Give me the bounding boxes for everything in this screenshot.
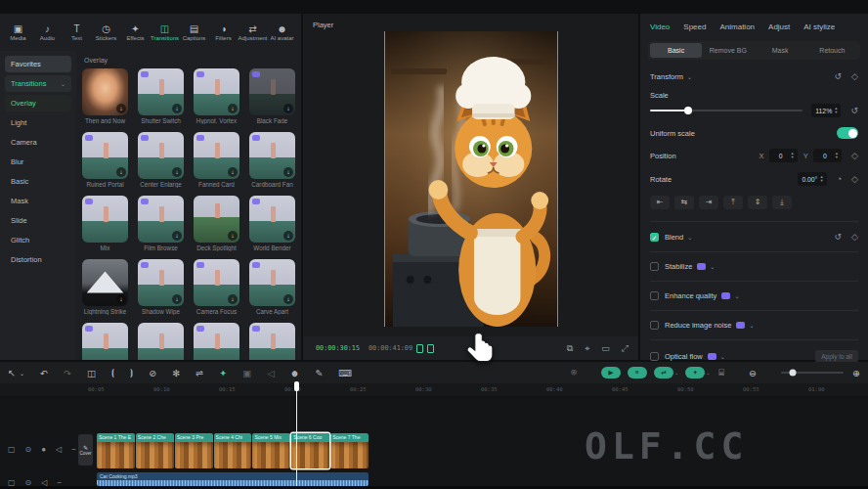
freeze-icon[interactable]: ✻ xyxy=(172,368,180,378)
uniform-scale-toggle[interactable] xyxy=(837,127,858,139)
subtab-mask[interactable]: Mask xyxy=(755,43,806,58)
redo-icon[interactable]: ↷ xyxy=(64,368,71,378)
transition-item[interactable] xyxy=(249,323,295,360)
transition-item[interactable]: ↓Carve Apart xyxy=(249,259,295,315)
subtab-retouch[interactable]: Retouch xyxy=(806,43,858,58)
sidebar-item-overlay[interactable]: Overlay xyxy=(5,95,71,111)
toolbar-captions[interactable]: ▤Captions xyxy=(180,23,208,41)
scale-value-chip[interactable]: 112% ▴▾ xyxy=(811,104,841,117)
timeline-clip[interactable]: Scene 7 The xyxy=(330,433,369,468)
toolbar-transitions[interactable]: ◫Transitions xyxy=(151,23,179,41)
scale-reset-icon[interactable]: ↺ xyxy=(850,106,858,115)
transition-item[interactable]: ↓Cardboard Fan xyxy=(249,132,295,188)
transition-item[interactable]: ↓Hypnot. Vortex xyxy=(194,68,239,124)
keyboard-icon[interactable]: ⌨ xyxy=(338,368,352,378)
position-keyframe-icon[interactable]: ◇ xyxy=(851,151,858,160)
stabilize-checkbox[interactable] xyxy=(650,262,659,271)
y-stepper[interactable]: ▴▾ xyxy=(836,152,838,159)
transition-item[interactable] xyxy=(138,323,184,360)
sidebar-item-favorites[interactable]: Favorites xyxy=(5,56,71,72)
timeline-clip[interactable]: Scene 5 Mix xyxy=(252,433,290,468)
levels-toggle[interactable]: ≡ xyxy=(628,367,647,378)
sidebar-item-camera[interactable]: Camera xyxy=(5,134,71,151)
track-options-icon[interactable]: ▢ xyxy=(8,445,16,454)
zoom-in-icon[interactable]: ⊕ xyxy=(852,368,860,378)
toolbar-audio[interactable]: ♪Audio xyxy=(33,23,62,41)
toolbar-filters[interactable]: ◑Filters xyxy=(209,23,238,41)
timeline-settings-icon[interactable]: ⌸ xyxy=(718,367,724,378)
split-icon[interactable]: ◫ xyxy=(87,368,96,378)
blend-reset-icon[interactable]: ↺ xyxy=(835,232,843,242)
tab-animation[interactable]: Animation xyxy=(719,22,755,31)
toolbar-effects[interactable]: ✦Effects xyxy=(121,23,150,41)
draw-icon[interactable]: ✎ xyxy=(315,368,323,378)
smart-tools-icon[interactable]: ✦ xyxy=(219,368,227,378)
toolbar-ai-avatar[interactable]: ☻AI avatar xyxy=(268,23,296,41)
sidebar-item-transitions[interactable]: Transitions⌄ xyxy=(5,75,71,92)
track-hide-icon[interactable]: ● xyxy=(41,445,46,454)
toolbar-adjustment[interactable]: ⇄Adjustment xyxy=(239,23,267,41)
align-bottom-icon[interactable]: ⤓ xyxy=(772,196,792,209)
zoom-out-icon[interactable]: ⊖ xyxy=(749,368,757,378)
reduce-image-noise-checkbox[interactable] xyxy=(650,321,659,330)
timeline-clip[interactable]: Scene 6 Coo xyxy=(291,433,329,468)
track-lock-icon[interactable]: ⊙ xyxy=(25,445,32,454)
transition-item[interactable] xyxy=(194,323,239,360)
link-toggle[interactable]: ⇄ xyxy=(654,367,673,378)
timeline-clip[interactable]: Scene 3 Pre xyxy=(175,433,213,468)
sidebar-item-slide[interactable]: Slide xyxy=(5,212,71,229)
playhead[interactable] xyxy=(296,383,297,486)
microphone-icon[interactable]: ⌾ xyxy=(571,367,577,378)
sidebar-item-blur[interactable]: Blur xyxy=(5,154,71,170)
crop-icon[interactable]: ▣ xyxy=(242,368,251,378)
avatar-icon[interactable]: ☻ xyxy=(289,368,299,378)
transition-item[interactable]: ↓Shadow Wipe xyxy=(138,259,184,315)
scale-stepper[interactable]: ▴▾ xyxy=(835,107,837,114)
tab-adjust[interactable]: Adjust xyxy=(768,22,790,31)
transition-item[interactable] xyxy=(82,323,128,360)
cover-button[interactable]: ✎ Cover xyxy=(78,434,93,466)
chevron-down-icon[interactable]: ⌄ xyxy=(710,263,715,270)
auto-cut-toggle[interactable]: ▶ xyxy=(601,367,621,378)
fullscreen-icon[interactable]: ⤢ xyxy=(622,343,629,354)
chevron-down-icon[interactable]: ⌄ xyxy=(734,292,739,299)
tab-video[interactable]: Video xyxy=(650,22,670,31)
position-y-input[interactable]: 0 ▴▾ xyxy=(813,149,842,162)
chevron-down-icon[interactable]: ⌄ xyxy=(687,73,692,80)
toolbar-text[interactable]: TText xyxy=(63,23,91,41)
chevron-down-icon[interactable]: ⌄ xyxy=(687,234,692,241)
ratio-icon[interactable]: ▭ xyxy=(601,343,610,354)
transition-item[interactable]: ↓Camera Focus xyxy=(194,259,239,315)
subtab-remove-bg[interactable]: Remove BG xyxy=(702,43,754,58)
transition-item[interactable]: Mix xyxy=(82,196,128,251)
timeline-clip[interactable]: Scene 2 Che xyxy=(136,433,174,468)
transition-item[interactable]: ↓Lightning Strike xyxy=(82,259,128,315)
transition-item[interactable]: ↓Ruined Portal xyxy=(82,132,128,188)
align-left-icon[interactable]: ⇤ xyxy=(650,196,670,209)
tab-speed[interactable]: Speed xyxy=(683,22,706,31)
blend-checkbox[interactable]: ✓ xyxy=(650,233,659,242)
delete-icon[interactable]: ⊘ xyxy=(149,368,156,378)
align-right-icon[interactable]: ⇥ xyxy=(699,196,718,209)
tab-ai-stylize[interactable]: AI stylize xyxy=(803,22,835,31)
speaker-icon[interactable]: ◁ xyxy=(267,368,274,378)
blend-keyframe-icon[interactable]: ◇ xyxy=(851,232,858,242)
subtab-basic[interactable]: Basic xyxy=(650,43,702,58)
transition-item[interactable]: ↓Fanned Card xyxy=(194,132,239,188)
timeline-clip[interactable]: Scene 1 The E xyxy=(97,433,135,468)
sidebar-item-light[interactable]: Light xyxy=(5,114,71,131)
timeline-zoom-slider[interactable] xyxy=(781,372,844,374)
keyframe-icon[interactable]: ◇ xyxy=(851,71,858,81)
audio-clip[interactable]: Cat Cooking.mp3 xyxy=(97,472,369,486)
rotate-dial-icon[interactable]: ◔ xyxy=(837,174,842,184)
position-x-input[interactable]: 0 ▴▾ xyxy=(769,149,798,162)
sidebar-item-glitch[interactable]: Glitch xyxy=(5,232,71,248)
rotate-keyframe-icon[interactable]: ◇ xyxy=(851,174,858,184)
transition-item[interactable]: ↓Film Browse xyxy=(138,196,184,251)
align-top-icon[interactable]: ⤒ xyxy=(723,196,743,209)
transition-item[interactable]: ↓Center Enlarge xyxy=(138,132,184,188)
scale-slider-knob[interactable] xyxy=(684,107,692,114)
enhance-quality-checkbox[interactable] xyxy=(650,291,659,300)
video-preview[interactable] xyxy=(384,31,558,327)
optical-flow-checkbox[interactable] xyxy=(650,352,659,361)
